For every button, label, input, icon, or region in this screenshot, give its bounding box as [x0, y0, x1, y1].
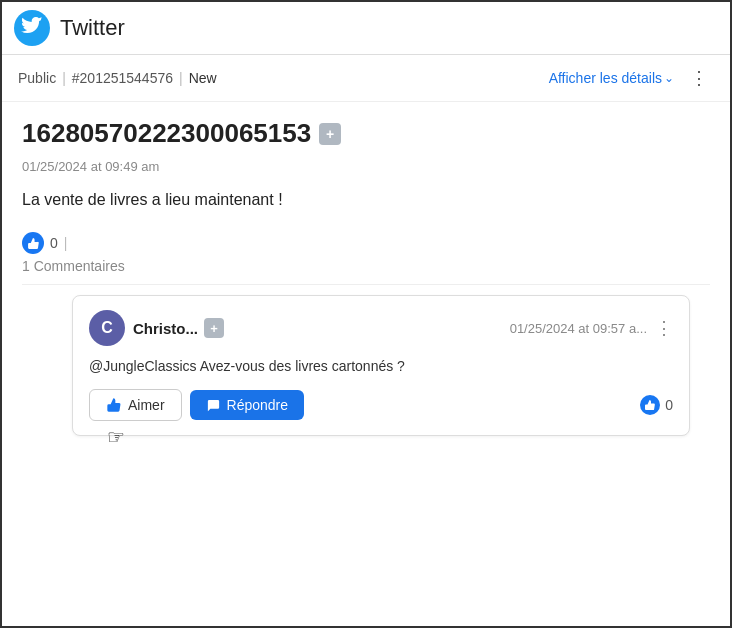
- aimer-button-wrapper: Aimer ☞: [89, 389, 182, 421]
- thumbs-up-icon: [27, 237, 40, 250]
- comment-like-count: 0: [665, 397, 673, 413]
- separator1: |: [62, 70, 66, 86]
- app-title: Twitter: [60, 15, 125, 41]
- main-window: Twitter Public | #201251544576 | New Aff…: [0, 0, 732, 628]
- reply-icon: [206, 398, 221, 413]
- comment-author-info: Christo... +: [133, 318, 224, 338]
- status-label: New: [189, 70, 217, 86]
- main-content: 16280570222300065153 + 01/25/2024 at 09:…: [2, 102, 730, 626]
- add-tag-button[interactable]: +: [319, 123, 341, 145]
- comment-author-name: Christo...: [133, 320, 198, 337]
- app-header: Twitter: [2, 2, 730, 55]
- sub-header-right: Afficher les détails ⌄ ⋮: [549, 65, 714, 91]
- comment-card: C Christo... + 01/25/2024 at 09:57 a... …: [72, 295, 690, 436]
- repondre-button[interactable]: Répondre: [190, 390, 305, 420]
- post-likes-count: 0: [50, 235, 58, 251]
- twitter-icon: [14, 10, 50, 46]
- cursor-hand-indicator: ☞: [107, 425, 125, 449]
- comment-date: 01/25/2024 at 09:57 a...: [510, 321, 647, 336]
- comment-header: C Christo... + 01/25/2024 at 09:57 a... …: [89, 310, 673, 346]
- comment-author-row: Christo... +: [133, 318, 224, 338]
- comment-like-icon: [640, 395, 660, 415]
- comment-likes-row: 0: [640, 395, 673, 415]
- comment-avatar: C: [89, 310, 125, 346]
- post-id-text: 16280570222300065153: [22, 118, 311, 149]
- comment-more-options-button[interactable]: ⋮: [655, 317, 673, 339]
- twitter-bird-icon: [21, 17, 43, 39]
- divider: [22, 284, 710, 285]
- chevron-down-icon: ⌄: [664, 71, 674, 85]
- sub-header-left: Public | #201251544576 | New: [18, 70, 217, 86]
- sub-header: Public | #201251544576 | New Afficher le…: [2, 55, 730, 102]
- comments-count: 1 Commentaires: [22, 258, 710, 274]
- post-date: 01/25/2024 at 09:49 am: [22, 159, 710, 174]
- aimer-button[interactable]: Aimer: [89, 389, 182, 421]
- post-text: La vente de livres a lieu maintenant !: [22, 188, 710, 212]
- visibility-label: Public: [18, 70, 56, 86]
- comment-add-tag-button[interactable]: +: [204, 318, 224, 338]
- comment-thumbs-up-icon: [644, 399, 656, 411]
- afficher-details-link[interactable]: Afficher les détails ⌄: [549, 70, 674, 86]
- comment-actions: Aimer ☞ Répondre 0: [89, 389, 673, 421]
- record-id: #201251544576: [72, 70, 173, 86]
- likes-separator: |: [64, 235, 68, 251]
- separator2: |: [179, 70, 183, 86]
- comment-header-right: 01/25/2024 at 09:57 a... ⋮: [510, 317, 673, 339]
- likes-row: 0 |: [22, 232, 710, 254]
- post-id-row: 16280570222300065153 +: [22, 118, 710, 149]
- thumbs-up-outline-icon: [106, 397, 122, 413]
- like-icon: [22, 232, 44, 254]
- more-options-button[interactable]: ⋮: [684, 65, 714, 91]
- comment-text: @JungleClassics Avez-vous des livres car…: [89, 356, 673, 377]
